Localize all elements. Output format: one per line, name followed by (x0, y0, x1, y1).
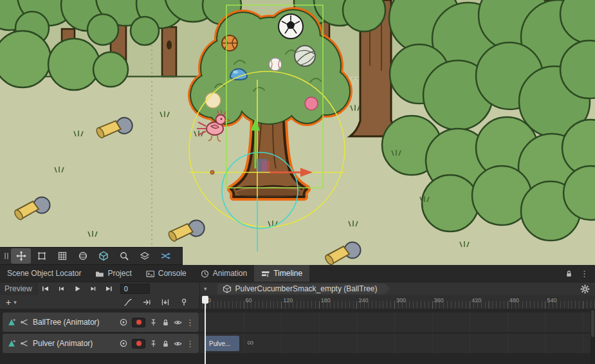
timeline-control-bar: Preview 0 ▾ PulverCucumberSmack_empty (B (0, 282, 595, 295)
layers-icon (140, 251, 150, 261)
track-menu-kebab[interactable]: ⋮ (186, 318, 194, 327)
orbit-sphere-icon (78, 251, 88, 261)
track-header-balltree[interactable]: BallTree (Animator) ⋮ (3, 313, 199, 332)
tab-console[interactable]: Console (139, 265, 194, 282)
cube-icon (223, 284, 232, 293)
timeline-icon (261, 269, 270, 278)
gear-icon (580, 284, 590, 294)
track-menu-kebab[interactable]: ⋮ (186, 340, 194, 348)
previous-frame-icon (57, 285, 65, 293)
clip-label: Pulve... (209, 340, 230, 347)
baseball[interactable] (269, 58, 282, 71)
preview-toggle-button[interactable]: Preview (0, 282, 37, 295)
rect-tool-button[interactable] (32, 248, 51, 264)
lock-icon[interactable] (565, 269, 573, 278)
record-button[interactable] (132, 318, 145, 327)
layers-tool-button[interactable] (134, 248, 154, 264)
eye-icon[interactable] (174, 340, 182, 348)
chevron-down-icon: ▾ (14, 299, 17, 305)
orbit-sphere-button[interactable] (73, 248, 93, 264)
plane-handle[interactable] (262, 161, 270, 172)
soccer-ball[interactable] (279, 14, 303, 39)
scene-viewport[interactable] (0, 0, 595, 265)
tab-label: Animation (213, 269, 247, 278)
clip-loop-indicator: ∞ (247, 337, 253, 347)
clip-edit-mode-icon[interactable] (142, 298, 151, 307)
console-icon (146, 269, 154, 278)
clock-icon (201, 269, 209, 278)
record-dot (136, 341, 142, 346)
tab-label: Project (107, 269, 131, 278)
armature-icon (20, 318, 29, 327)
timeline-options-caret[interactable]: ▾ (200, 286, 211, 292)
gizmo-handle[interactable] (210, 170, 214, 174)
panel-menu-kebab[interactable]: ⋮ (580, 269, 589, 278)
edit-mode-buttons (124, 298, 199, 307)
grid-snap-icon (57, 251, 68, 261)
scrollbar-thumb[interactable] (591, 310, 594, 337)
insert-frame-icon[interactable] (161, 298, 170, 307)
grid-snap-button[interactable] (52, 248, 72, 264)
frame-number-field[interactable]: 0 (120, 284, 150, 294)
track-header-pulver[interactable]: Pulver (Animator) ⋮ (3, 334, 199, 353)
ruler-frame-label: 540 (547, 297, 556, 304)
lock-icon[interactable] (161, 340, 170, 348)
go-to-end-icon (105, 285, 113, 293)
ruler-frame-label: 360 (434, 297, 444, 304)
tab-animation[interactable]: Animation (194, 265, 254, 282)
search-tool-button[interactable] (114, 248, 134, 264)
ruler-frame-label: 480 (509, 297, 519, 304)
pink-ball[interactable] (305, 97, 318, 110)
armature-icon (20, 339, 29, 348)
ruler-frame-label: 300 (396, 297, 406, 304)
ruler-frame-label: 240 (358, 297, 368, 304)
animator-icon (7, 339, 16, 348)
grip-handle-icon[interactable] (2, 248, 10, 264)
tab-timeline[interactable]: Timeline (254, 265, 309, 282)
volleyball[interactable] (295, 46, 315, 66)
previous-frame-button[interactable] (53, 282, 69, 296)
track-label: Pulver (Animator) (33, 339, 115, 348)
shuffle-icon (160, 251, 170, 261)
shuffle-tool-button[interactable] (155, 248, 175, 264)
tab-scene-object-locator[interactable]: Scene Object Locator (0, 265, 88, 282)
timeline-ruler[interactable]: 060120180240300360420480540 (199, 295, 595, 309)
ruler-frame-label: 180 (321, 297, 331, 304)
tab-project[interactable]: Project (88, 265, 138, 282)
timeline-breadcrumb[interactable]: PulverCucumberSmack_empty (BallTree) (217, 284, 390, 295)
track-lane[interactable] (199, 313, 590, 332)
timeline-tracks-area: Pulve... ∞ BallTree (Animator) ⋮ Pulver … (0, 309, 595, 364)
animation-clip[interactable]: Pulve... (206, 336, 239, 351)
go-to-end-button[interactable] (102, 282, 118, 296)
marker-pin-icon[interactable] (179, 298, 188, 307)
pin-icon[interactable] (149, 340, 158, 348)
go-to-start-button[interactable] (37, 282, 53, 296)
scene-canvas[interactable] (0, 0, 595, 265)
preview-label: Preview (5, 284, 32, 293)
eye-icon[interactable] (174, 318, 182, 327)
target-picker-icon[interactable] (119, 318, 128, 327)
track-lane[interactable]: Pulve... ∞ (199, 334, 590, 353)
add-track-button[interactable]: + ▾ (0, 297, 23, 307)
timeline-settings-button[interactable] (580, 284, 595, 294)
playhead-handle[interactable] (202, 296, 208, 304)
tab-label: Console (158, 269, 187, 278)
record-button[interactable] (132, 339, 145, 349)
panel-tab-bar: Scene Object Locator Project Console Ani… (0, 265, 595, 282)
track-label: BallTree (Animator) (33, 318, 115, 327)
tab-label: Timeline (273, 269, 302, 278)
play-button[interactable] (69, 282, 86, 296)
target-picker-icon[interactable] (119, 339, 128, 348)
basketball[interactable] (222, 35, 237, 51)
pin-icon[interactable] (149, 318, 158, 327)
pivot-cube-button[interactable] (93, 248, 113, 264)
timeline-ruler-row: + ▾ 060120180240300360420480540 (0, 295, 595, 309)
lock-icon[interactable] (161, 318, 170, 327)
next-frame-button[interactable] (86, 282, 102, 296)
move-tool-button[interactable] (11, 248, 31, 264)
playhead-line[interactable] (205, 296, 206, 364)
vertical-scrollbar[interactable] (590, 309, 595, 364)
curves-icon[interactable] (124, 298, 133, 307)
pivot-cube-icon (98, 251, 109, 261)
cream-ball[interactable] (205, 93, 221, 108)
